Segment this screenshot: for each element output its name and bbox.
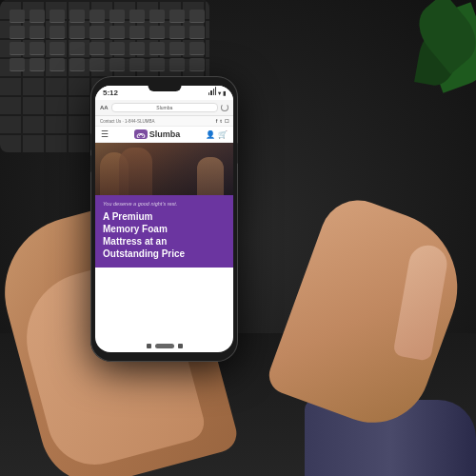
volume-down-button	[90, 155, 91, 172]
site-hero: You deserve a good night's rest. A Premi…	[95, 195, 233, 268]
scene: 5:12 ▾ ▮ AA Slumba	[0, 0, 476, 476]
phone-notch	[148, 86, 181, 91]
cart-icon[interactable]: 🛒	[218, 130, 228, 139]
browser-refresh-icon[interactable]	[221, 104, 228, 111]
phone: 5:12 ▾ ▮ AA Slumba	[90, 76, 238, 362]
browser-bar[interactable]: AA Slumba	[95, 100, 233, 116]
contact-info: Contact Us · 1-844-SLUMBA	[100, 119, 155, 124]
phone-recent-button[interactable]	[178, 344, 183, 348]
person-silhouette-3	[197, 157, 224, 195]
hero-subtitle: You deserve a good night's rest.	[103, 201, 226, 207]
signal-icon	[208, 90, 216, 95]
hero-line-3: Mattress at an	[103, 235, 226, 248]
phone-screen: 5:12 ▾ ▮ AA Slumba	[95, 86, 233, 352]
browser-url[interactable]: Slumba	[111, 103, 218, 112]
site-banner-image	[95, 143, 233, 195]
wifi-icon: ▾	[218, 89, 221, 96]
phone-back-button[interactable]	[147, 344, 151, 348]
hamburger-icon[interactable]: ☰	[101, 129, 109, 139]
site-topbar: Contact Us · 1-844-SLUMBA f t ☐	[95, 116, 233, 127]
nav-icons: 👤 🛒	[206, 130, 228, 139]
twitter-icon[interactable]: t	[220, 118, 222, 124]
logo-icon	[134, 129, 148, 139]
facebook-icon[interactable]: f	[216, 118, 218, 124]
site-nav: ☰ Slumba 👤 🛒	[95, 127, 233, 143]
person-silhouette-2	[119, 148, 152, 195]
user-icon[interactable]: 👤	[206, 130, 215, 139]
hero-line-4: Outstanding Price	[103, 248, 226, 260]
status-icons: ▾ ▮	[208, 89, 226, 96]
phone-home-button[interactable]	[155, 344, 174, 348]
hero-line-1: A Premium	[103, 210, 226, 223]
logo-text: Slumba	[149, 129, 181, 139]
power-button	[237, 143, 238, 164]
instagram-icon[interactable]: ☐	[225, 118, 228, 124]
browser-aa[interactable]: AA	[100, 105, 109, 110]
battery-icon: ▮	[223, 89, 226, 96]
social-links[interactable]: f t ☐	[216, 118, 228, 124]
plant	[400, 0, 476, 114]
status-time: 5:12	[103, 89, 118, 97]
hero-line-2: Memory Foam	[103, 223, 226, 235]
phone-bottom-bar	[147, 344, 183, 348]
site-logo[interactable]: Slumba	[134, 129, 181, 139]
hero-title: A Premium Memory Foam Mattress at an Out…	[103, 210, 226, 260]
volume-up-button	[90, 133, 91, 150]
